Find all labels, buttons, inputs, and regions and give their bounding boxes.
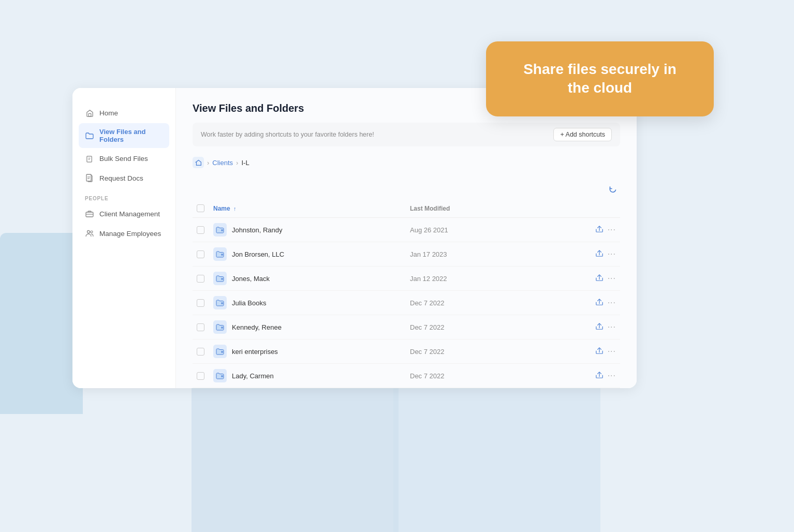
- row-checkbox-5[interactable]: [197, 348, 204, 356]
- table-row: Julia Books Dec 7 2022 ···: [193, 291, 620, 315]
- table-toolbar: [193, 183, 620, 197]
- sidebar-people-nav: Client Management Manage Employees: [72, 204, 175, 243]
- breadcrumb-current: I-L: [241, 159, 249, 167]
- table-row: Jon Brorsen, LLC Jan 17 2023 ···: [193, 242, 620, 267]
- bg-decoration-bottom-mid: [192, 378, 399, 532]
- refresh-button[interactable]: [606, 183, 620, 197]
- doc-icon: [85, 173, 94, 183]
- promo-tooltip-text: Share files securely in the cloud: [511, 60, 689, 98]
- file-folder-icon: [213, 272, 227, 285]
- col-header-name[interactable]: Name ↑: [209, 201, 406, 218]
- table-row: Johnston, Randy Aug 26 2021 ···: [193, 218, 620, 242]
- more-actions-button[interactable]: ···: [608, 371, 616, 380]
- breadcrumb: › Clients › I-L: [193, 157, 620, 174]
- share-icon[interactable]: [595, 372, 604, 380]
- bg-decoration-bottom-right: [393, 378, 600, 532]
- file-name: keri enterprises: [232, 348, 278, 356]
- main-app-card: Home View Files and Folders: [72, 88, 637, 388]
- breadcrumb-home-icon[interactable]: [193, 157, 204, 168]
- home-icon: [85, 108, 94, 117]
- shortcuts-bar: Work faster by adding shortcuts to your …: [193, 123, 620, 146]
- file-modified: Jan 17 2023: [406, 242, 579, 267]
- row-checkbox-0[interactable]: [197, 226, 204, 234]
- file-name: Jones, Mack: [232, 275, 270, 283]
- add-shortcuts-button[interactable]: + Add shortcuts: [553, 128, 612, 141]
- file-name: Johnston, Randy: [232, 226, 283, 234]
- file-modified: Dec 7 2022: [406, 339, 579, 364]
- sidebar-item-client-management[interactable]: Client Management: [79, 204, 169, 223]
- share-icon[interactable]: [595, 299, 604, 307]
- sidebar-item-bulk-send[interactable]: Bulk Send Files: [79, 149, 169, 168]
- row-checkbox-1[interactable]: [197, 250, 204, 258]
- svg-rect-0: [89, 113, 91, 116]
- more-actions-button[interactable]: ···: [608, 322, 616, 332]
- share-icon[interactable]: [595, 323, 604, 332]
- file-folder-icon: [213, 247, 227, 261]
- sidebar-nav: Home View Files and Folders: [72, 104, 175, 187]
- sidebar-item-client-management-label: Client Management: [99, 210, 160, 218]
- file-modified: Dec 7 2022: [406, 315, 579, 339]
- sidebar-item-request-docs-label: Request Docs: [99, 174, 143, 182]
- row-checkbox-4[interactable]: [197, 323, 204, 331]
- file-modified: Dec 7 2022: [406, 291, 579, 315]
- people-icon: [85, 229, 94, 238]
- svg-point-15: [221, 327, 223, 329]
- file-name: Lady, Carmen: [232, 372, 274, 380]
- more-actions-button[interactable]: ···: [608, 249, 616, 259]
- file-folder-icon: [213, 369, 227, 382]
- send-icon: [85, 154, 94, 163]
- more-actions-button[interactable]: ···: [608, 274, 616, 283]
- share-icon[interactable]: [595, 250, 604, 259]
- svg-rect-4: [86, 174, 91, 181]
- sidebar-item-view-files-label: View Files and Folders: [99, 128, 163, 143]
- svg-point-10: [91, 231, 93, 233]
- sidebar-item-bulk-send-label: Bulk Send Files: [99, 155, 148, 162]
- select-all-checkbox[interactable]: [197, 204, 204, 212]
- share-icon[interactable]: [595, 347, 604, 356]
- file-table: Name ↑ Last Modified: [193, 201, 620, 388]
- briefcase-icon: [85, 209, 94, 218]
- svg-point-11: [221, 229, 223, 231]
- table-row: Lady, Carmen Dec 7 2022 ···: [193, 364, 620, 388]
- breadcrumb-sep-2: ›: [236, 159, 238, 167]
- svg-point-17: [221, 375, 223, 377]
- bg-decoration-left: [0, 233, 83, 414]
- table-row: Jones, Mack Jan 12 2022 ···: [193, 267, 620, 291]
- file-modified: Aug 26 2021: [406, 218, 579, 242]
- file-folder-icon: [213, 296, 227, 309]
- main-content: View Files and Folders Work faster by ad…: [176, 88, 637, 388]
- sidebar-item-request-docs[interactable]: Request Docs: [79, 169, 169, 187]
- file-name: Kennedy, Renee: [232, 323, 282, 331]
- row-checkbox-6[interactable]: [197, 372, 204, 380]
- shortcuts-hint-text: Work faster by adding shortcuts to your …: [201, 131, 374, 138]
- more-actions-button[interactable]: ···: [608, 347, 616, 356]
- sort-arrow-icon: ↑: [233, 205, 237, 212]
- share-icon[interactable]: [595, 226, 604, 234]
- svg-point-14: [221, 302, 223, 304]
- file-modified: Jan 12 2022: [406, 267, 579, 291]
- svg-rect-1: [86, 156, 91, 161]
- sidebar-item-manage-employees[interactable]: Manage Employees: [79, 224, 169, 243]
- folder-icon: [85, 131, 94, 140]
- svg-point-9: [87, 231, 90, 233]
- people-section-label: PEOPLE: [72, 187, 175, 204]
- row-checkbox-2[interactable]: [197, 275, 204, 283]
- sidebar-item-home[interactable]: Home: [79, 104, 169, 122]
- file-name: Jon Brorsen, LLC: [232, 250, 284, 258]
- row-checkbox-3[interactable]: [197, 299, 204, 307]
- file-folder-icon: [213, 223, 227, 237]
- sidebar-item-view-files[interactable]: View Files and Folders: [79, 123, 169, 148]
- breadcrumb-clients[interactable]: Clients: [212, 159, 233, 167]
- sidebar-item-manage-employees-label: Manage Employees: [99, 230, 161, 238]
- svg-point-16: [221, 351, 223, 353]
- breadcrumb-sep-1: ›: [207, 159, 209, 167]
- file-name: Julia Books: [232, 299, 266, 307]
- file-folder-icon: [213, 320, 227, 334]
- promo-tooltip-card: Share files securely in the cloud: [486, 41, 714, 116]
- share-icon[interactable]: [595, 274, 604, 283]
- svg-point-12: [221, 254, 223, 256]
- more-actions-button[interactable]: ···: [608, 298, 616, 307]
- file-modified: Dec 7 2022: [406, 364, 579, 388]
- table-row: Kennedy, Renee Dec 7 2022 ···: [193, 315, 620, 339]
- more-actions-button[interactable]: ···: [608, 225, 616, 234]
